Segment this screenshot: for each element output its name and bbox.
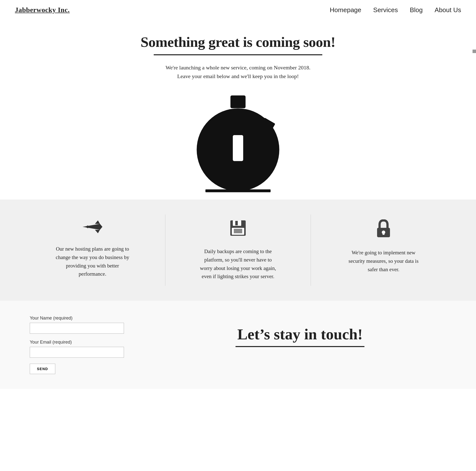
svg-rect-11 [235,221,238,225]
features-section: Our new hosting plans are going to chang… [0,200,476,300]
nav-item-homepage[interactable]: Homepage [330,6,361,14]
nav-item-services[interactable]: Services [373,6,398,14]
lock-icon [376,219,391,242]
name-field-group: Your Name (required) [30,316,134,334]
email-label: Your Email (required) [30,340,134,345]
navbar: Jabberwocky Inc. Homepage Services Blog … [0,0,476,19]
feature-security: We're going to implement new security me… [311,214,456,286]
stopwatch-illustration [0,86,476,200]
nav-logo[interactable]: Jabberwocky Inc. [15,6,70,14]
nav-link-services[interactable]: Services [373,6,398,14]
svg-marker-7 [95,230,100,233]
nav-link-about[interactable]: About Us [435,6,461,14]
feature-backup-text: Daily backups are coming to the platform… [198,247,278,281]
hero-title: Something great is coming soon! [5,34,471,50]
hero-subtitle: We're launching a whole new service, com… [161,63,315,81]
nav-links: Homepage Services Blog About Us [330,6,461,14]
svg-rect-13 [234,229,242,233]
svg-marker-8 [85,225,89,228]
contact-form: Your Name (required) Your Email (require… [30,316,134,374]
stay-in-touch: Let’s stay in touch! [154,316,446,347]
nav-item-blog[interactable]: Blog [410,6,423,14]
email-field-group: Your Email (required) [30,340,134,358]
hero-divider [154,54,322,55]
svg-rect-0 [231,95,246,108]
stopwatch-icon [193,95,283,195]
svg-marker-6 [95,220,100,224]
feature-performance-text: Our new hosting plans are going to chang… [53,245,132,278]
nav-link-homepage[interactable]: Homepage [330,6,361,14]
svg-rect-16 [383,232,385,235]
feature-security-text: We're going to implement new security me… [344,249,423,274]
stay-underline [236,346,364,347]
scrollbar-indicator[interactable] [473,50,476,53]
email-input[interactable] [30,347,124,358]
feature-backup: Daily backups are coming to the platform… [165,214,311,286]
stay-title: Let’s stay in touch! [237,325,363,343]
hero-section: Something great is coming soon! We're la… [0,19,476,86]
name-input[interactable] [30,323,124,334]
bottom-section: Your Name (required) Your Email (require… [0,301,476,389]
svg-rect-3 [233,135,243,161]
feature-performance: Our new hosting plans are going to chang… [20,214,165,286]
send-button[interactable]: SEND [30,364,55,374]
plane-icon [83,219,102,238]
save-icon [229,219,247,240]
nav-link-blog[interactable]: Blog [410,6,423,14]
nav-item-about[interactable]: About Us [435,6,461,14]
name-label: Your Name (required) [30,316,134,321]
svg-rect-4 [206,189,271,192]
